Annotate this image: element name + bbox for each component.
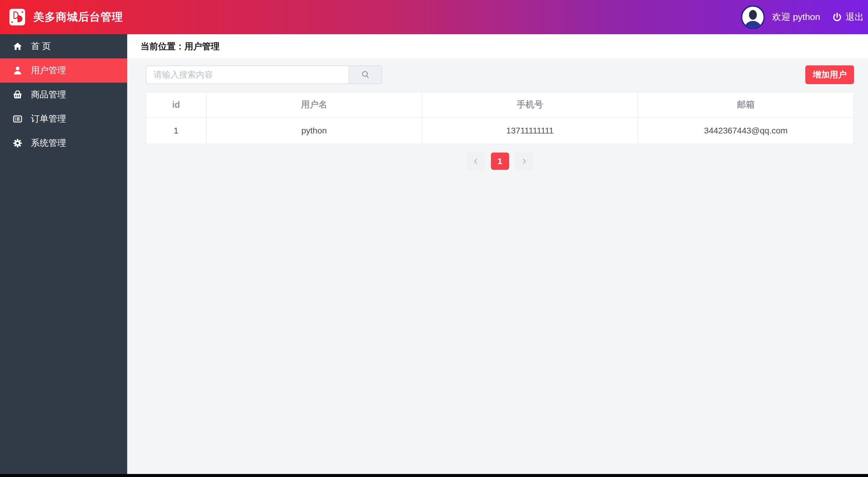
toolbar: 增加用户 [146,65,854,84]
basket-icon [13,90,23,100]
app-root: 美多商城后台管理 欢迎 python [0,0,868,477]
table-row: 1 python 13711111111 3442367443@qq.com [146,117,854,144]
search-group [146,65,382,84]
sidebar: 首 页 用户管理 [0,34,127,477]
next-page-button[interactable] [515,152,533,170]
breadcrumb: 当前位置： 用户管理 [127,34,868,59]
cell-email: 3442367443@qq.com [638,117,854,144]
column-header-username: 用户名 [206,92,422,117]
search-button[interactable] [349,65,382,84]
sidebar-item-orders[interactable]: 订单管理 [0,107,127,131]
table-header-row: id 用户名 手机号 邮箱 [146,92,854,117]
add-user-button[interactable]: 增加用户 [805,65,854,84]
pagination: 1 [146,152,854,170]
prev-page-button[interactable] [467,152,485,170]
avatar[interactable] [741,6,765,29]
logout-label: 退出 [845,11,864,23]
sidebar-item-label: 商品管理 [31,89,66,101]
cell-username: python [206,117,422,144]
app-title: 美多商城后台管理 [33,10,123,25]
sidebar-item-system[interactable]: 系统管理 [0,131,127,155]
sidebar-item-users[interactable]: 用户管理 [0,59,127,82]
order-list-icon [13,114,23,124]
search-input[interactable] [146,65,349,84]
sidebar-item-label: 用户管理 [31,65,66,76]
logout-button[interactable]: 退出 [832,11,864,23]
meiduo-logo-icon [9,8,26,26]
column-header-mobile: 手机号 [422,92,638,117]
page-button-1[interactable]: 1 [491,152,509,170]
user-area: 欢迎 python 退出 [741,6,864,29]
sidebar-item-label: 首 页 [31,40,51,53]
chevron-left-icon [472,158,479,165]
home-icon [13,41,23,51]
main-column: 当前位置： 用户管理 [127,34,868,477]
sidebar-item-products[interactable]: 商品管理 [0,82,127,107]
column-header-id: id [146,92,206,117]
sidebar-item-home[interactable]: 首 页 [0,34,127,59]
brand[interactable]: 美多商城后台管理 [9,8,123,26]
sidebar-item-label: 系统管理 [31,137,66,149]
welcome-text: 欢迎 python [772,11,820,23]
power-icon [832,12,842,22]
column-header-email: 邮箱 [638,92,854,117]
topbar: 美多商城后台管理 欢迎 python [0,0,868,34]
breadcrumb-current: 用户管理 [184,40,220,53]
content-area: 增加用户 id 用户名 手机号 邮箱 [127,59,868,477]
cell-mobile: 13711111111 [422,117,638,144]
breadcrumb-prefix: 当前位置： [141,40,184,53]
sidebar-item-label: 订单管理 [31,113,66,125]
search-icon [361,70,370,79]
gear-icon [13,138,23,148]
chevron-right-icon [521,158,528,165]
shell: 首 页 用户管理 [0,34,868,477]
cell-id: 1 [146,117,206,144]
users-table: id 用户名 手机号 邮箱 1 python 13711111111 34423… [146,92,854,144]
bottom-bar [0,474,868,477]
user-icon [13,66,23,75]
